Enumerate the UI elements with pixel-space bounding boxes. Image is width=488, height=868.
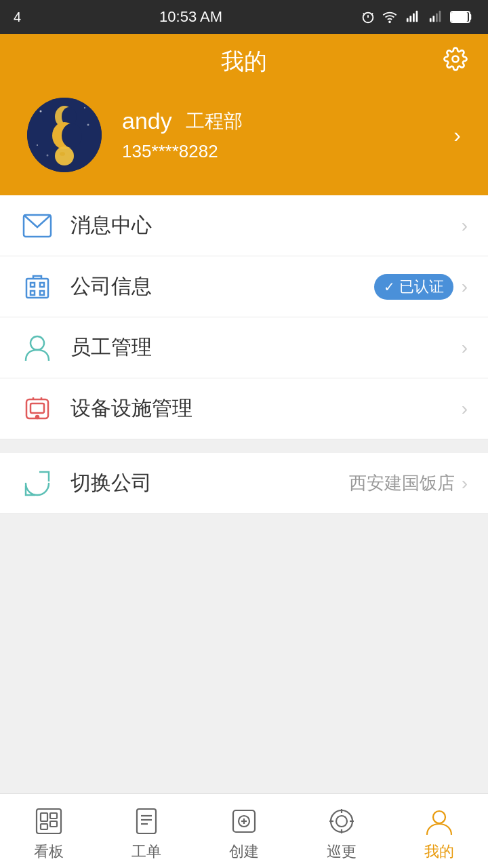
menu-label-company-info: 公司信息 [70, 273, 374, 300]
menu-label-switch-company: 切换公司 [70, 469, 349, 497]
person-icon [20, 331, 54, 365]
equipment-icon [20, 392, 54, 426]
svg-rect-39 [41, 824, 47, 829]
svg-point-23 [55, 146, 74, 165]
svg-point-16 [87, 124, 89, 126]
profile-name-dept: andy 工程部 [122, 108, 453, 134]
switch-icon [20, 467, 54, 500]
profile-phone: 135****8282 [122, 141, 218, 161]
svg-point-18 [47, 155, 49, 157]
svg-rect-36 [41, 813, 47, 821]
svg-rect-28 [40, 283, 44, 287]
svg-point-31 [30, 336, 44, 350]
svg-rect-5 [416, 11, 418, 22]
content-area [0, 514, 488, 758]
menu-item-message-center[interactable]: 消息中心 › [0, 195, 488, 256]
chevron-right-icon: › [462, 398, 468, 420]
tab-mine[interactable]: 我的 [390, 801, 488, 862]
svg-point-49 [336, 816, 347, 827]
menu-section: 消息中心 › 公司信息 ✓ 已认证 › [0, 195, 488, 439]
profile-name: andy [122, 108, 172, 134]
chevron-right-icon: › [462, 215, 468, 237]
menu-item-switch-company[interactable]: 切换公司 西安建国饭店 › [0, 453, 488, 514]
menu-item-employee-management[interactable]: 员工管理 › [0, 317, 488, 378]
svg-rect-37 [50, 813, 57, 818]
svg-rect-8 [436, 14, 438, 22]
tab-mine-label: 我的 [424, 842, 454, 862]
chevron-right-icon: › [462, 276, 468, 298]
workorder-icon [130, 805, 163, 837]
tab-patrol[interactable]: 巡更 [293, 801, 390, 862]
checkmark-icon: ✓ [384, 279, 395, 295]
svg-rect-27 [30, 283, 35, 287]
kanban-icon [33, 805, 65, 837]
svg-rect-2 [407, 18, 409, 22]
menu-item-company-info[interactable]: 公司信息 ✓ 已认证 › [0, 256, 488, 317]
tab-create-label: 创建 [229, 842, 259, 862]
svg-rect-33 [30, 403, 44, 413]
status-bar: 4 10:53 AM [0, 0, 488, 34]
patrol-icon [325, 805, 358, 837]
verified-badge: ✓ 已认证 [374, 274, 453, 300]
svg-rect-11 [451, 12, 468, 22]
profile-row[interactable]: andy 工程部 135****8282 › [20, 91, 468, 189]
svg-rect-7 [432, 16, 434, 22]
svg-rect-29 [30, 291, 35, 295]
tab-workorder-label: 工单 [131, 842, 161, 862]
badge-verified-text: 已认证 [399, 277, 444, 297]
profile-arrow-icon: › [453, 123, 468, 148]
tab-workorder[interactable]: 工单 [98, 801, 195, 862]
settings-icon[interactable] [443, 47, 468, 77]
svg-point-15 [84, 107, 85, 108]
svg-point-12 [453, 56, 459, 62]
svg-point-24 [60, 152, 65, 156]
chevron-right-icon: › [462, 473, 468, 494]
current-company-name: 西安建国饭店 [349, 471, 455, 495]
svg-point-34 [36, 416, 39, 418]
svg-point-14 [40, 111, 42, 113]
mail-icon [20, 209, 54, 243]
company-icon [20, 270, 54, 304]
svg-rect-38 [50, 821, 57, 827]
svg-rect-6 [430, 18, 432, 22]
tab-bar: 看板 工单 创建 [0, 793, 488, 868]
svg-rect-40 [137, 809, 156, 833]
tab-create[interactable]: 创建 [195, 801, 293, 862]
mine-icon [423, 805, 455, 837]
profile-department: 工程部 [186, 108, 243, 134]
svg-rect-9 [439, 11, 441, 22]
menu-item-equipment-management[interactable]: 设备设施管理 › [0, 378, 488, 439]
svg-rect-4 [413, 14, 415, 22]
status-bar-time: 10:53 AM [159, 8, 222, 26]
create-icon [228, 805, 260, 837]
chevron-right-icon: › [462, 337, 468, 359]
svg-rect-30 [40, 291, 44, 295]
status-bar-left: 4 [14, 9, 21, 25]
svg-point-17 [37, 144, 38, 146]
badge-verified-content: ✓ 已认证 [374, 274, 453, 300]
status-bar-icons [361, 9, 474, 24]
tab-patrol-label: 巡更 [327, 842, 357, 862]
menu-label-employee-management: 员工管理 [70, 334, 462, 361]
svg-rect-3 [409, 16, 411, 22]
svg-point-54 [433, 811, 445, 823]
page-title: 我的 [221, 46, 267, 77]
svg-point-48 [331, 810, 352, 832]
section-gap [0, 439, 488, 453]
tab-kanban-label: 看板 [34, 842, 64, 862]
menu-label-message-center: 消息中心 [70, 212, 462, 239]
profile-info: andy 工程部 135****8282 [122, 108, 453, 162]
svg-point-0 [363, 13, 373, 23]
header: 我的 [0, 34, 488, 195]
svg-point-22 [62, 123, 82, 148]
switch-company-section: 切换公司 西安建国饭店 › [0, 453, 488, 514]
header-title-row: 我的 [20, 46, 468, 77]
menu-label-equipment-management: 设备设施管理 [70, 395, 462, 422]
svg-point-1 [389, 21, 390, 22]
tab-kanban[interactable]: 看板 [0, 801, 98, 862]
avatar [27, 98, 102, 172]
